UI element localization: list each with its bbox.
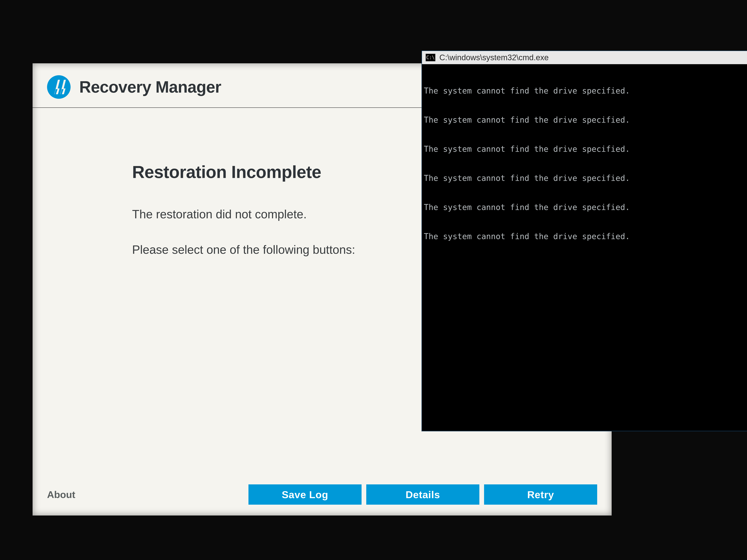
cmd-title: C:\windows\system32\cmd.exe bbox=[439, 53, 549, 62]
cmd-icon: C:\ bbox=[426, 54, 435, 61]
app-title: Recovery Manager bbox=[79, 78, 221, 97]
cmd-line: The system cannot find the drive specifi… bbox=[424, 86, 747, 96]
svg-point-0 bbox=[48, 77, 69, 98]
cmd-titlebar[interactable]: C:\ C:\windows\system32\cmd.exe bbox=[422, 51, 747, 64]
cmd-line: The system cannot find the drive specifi… bbox=[424, 232, 747, 241]
cmd-output[interactable]: The system cannot find the drive specifi… bbox=[423, 65, 747, 431]
desktop-background: Recovery Manager Restoration Incomplete … bbox=[0, 0, 747, 560]
hp-logo-icon bbox=[47, 75, 71, 99]
details-button[interactable]: Details bbox=[366, 484, 479, 505]
cmd-window[interactable]: C:\ C:\windows\system32\cmd.exe The syst… bbox=[422, 51, 747, 431]
recovery-manager-footer: About Save Log Details Retry bbox=[32, 484, 612, 505]
save-log-button[interactable]: Save Log bbox=[249, 484, 362, 505]
retry-button[interactable]: Retry bbox=[484, 484, 597, 505]
cmd-line: The system cannot find the drive specifi… bbox=[424, 144, 747, 154]
cmd-line: The system cannot find the drive specifi… bbox=[424, 203, 747, 212]
about-link[interactable]: About bbox=[47, 489, 75, 500]
button-row: Save Log Details Retry bbox=[249, 484, 597, 505]
cmd-line: The system cannot find the drive specifi… bbox=[424, 173, 747, 183]
cmd-line: The system cannot find the drive specifi… bbox=[424, 115, 747, 125]
